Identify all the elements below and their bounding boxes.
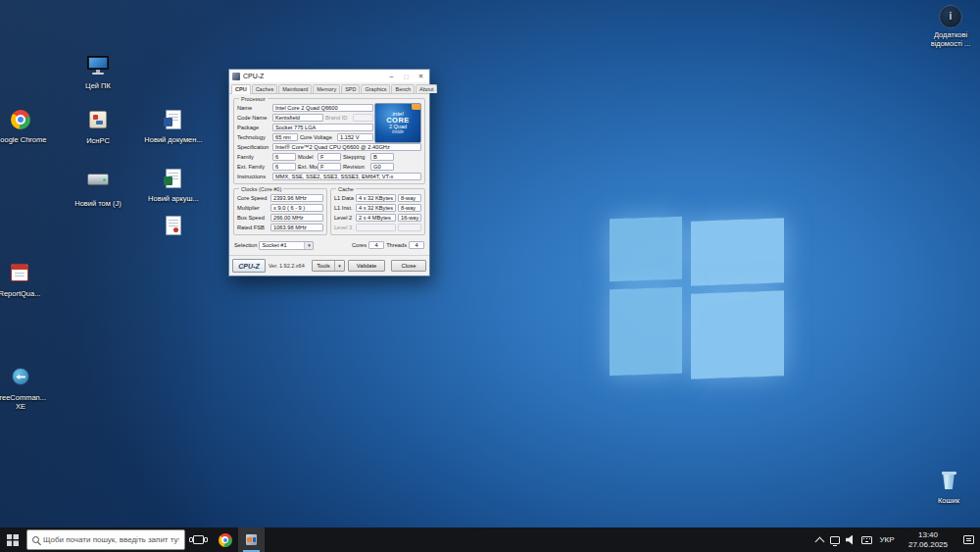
tab-bar: CPU Caches Mainboard Memory SPD Graphics… bbox=[229, 82, 429, 94]
desktop-icon-excel-doc[interactable]: Новий аркуш... bbox=[142, 167, 205, 204]
task-view-icon bbox=[193, 535, 204, 544]
tools-button[interactable]: Tools bbox=[312, 260, 345, 272]
level2-way-field: 16-way bbox=[398, 214, 421, 222]
start-button[interactable] bbox=[0, 527, 25, 552]
desktop-icon-this-pc[interactable]: Цей ПК bbox=[67, 55, 129, 91]
tab-memory[interactable]: Memory bbox=[313, 84, 340, 93]
windows-logo-pane bbox=[691, 218, 784, 285]
desktop-icon-label: Кошик bbox=[917, 497, 980, 506]
group-label: Processor bbox=[239, 96, 268, 102]
cpuz-icon bbox=[245, 533, 258, 546]
model-field: F bbox=[318, 153, 341, 161]
search-input[interactable]: Щоби почати пошук, введіть запит тут bbox=[26, 529, 185, 550]
tray-keyboard-button[interactable] bbox=[858, 527, 874, 552]
logo-accent bbox=[412, 104, 420, 110]
desktop-icon-report[interactable]: ReportQua... bbox=[0, 261, 51, 299]
desktop-icon-chrome[interactable]: Google Chrome bbox=[0, 108, 52, 145]
keyboard-icon bbox=[861, 536, 872, 544]
cpuz-footer-logo: CPU-Z bbox=[232, 259, 266, 273]
desktop-icon-word-doc[interactable]: Новий докумен... bbox=[142, 108, 205, 145]
wallpaper bbox=[0, 0, 980, 527]
selection-dropdown[interactable]: Socket #1 bbox=[259, 241, 314, 250]
language-indicator[interactable]: УКР bbox=[874, 535, 900, 544]
title-bar[interactable]: CPU-Z bbox=[229, 70, 429, 82]
info-badge-label: Додаткові відомості ... bbox=[919, 31, 980, 48]
intel-core2quad-logo: intel CORE 2 Quad inside bbox=[374, 103, 421, 143]
selection-value: Socket #1 bbox=[262, 242, 286, 248]
desktop-icon-drive[interactable]: Новий том (J) bbox=[67, 167, 129, 209]
desktop-icon-app[interactable]: ИснРС bbox=[67, 108, 129, 146]
close-window-button[interactable]: Close bbox=[391, 260, 426, 272]
tab-cpu[interactable]: CPU bbox=[231, 84, 251, 94]
revision-label: Revision bbox=[343, 164, 368, 170]
instructions-label: Instructions bbox=[237, 174, 270, 179]
window-title: CPU-Z bbox=[243, 73, 384, 79]
group-label: Cache bbox=[336, 186, 356, 192]
info-icon: i bbox=[919, 5, 980, 30]
instructions-field: MMX, SSE, SSE2, SSE3, SSSE3, EM64T, VT-x bbox=[272, 173, 421, 180]
level3-label: Level 3 bbox=[334, 225, 354, 230]
minimize-button[interactable] bbox=[384, 71, 399, 82]
desktop-icon-label: Google Chrome bbox=[0, 136, 52, 145]
windows-start-icon bbox=[7, 534, 19, 546]
tray-show-hidden-button[interactable] bbox=[811, 527, 827, 552]
model-label: Model bbox=[298, 154, 316, 160]
validate-button[interactable]: Validate bbox=[348, 260, 385, 272]
action-center-button[interactable] bbox=[956, 527, 980, 552]
taskbar-clock[interactable]: 13:40 27.06.2025 bbox=[900, 530, 956, 549]
tab-spd[interactable]: SPD bbox=[341, 84, 360, 93]
desktop-icon-label: Новий докумен... bbox=[142, 136, 205, 145]
close-button[interactable] bbox=[414, 71, 428, 82]
ext-family-label: Ext. Family bbox=[237, 164, 270, 170]
cores-field: 4 bbox=[368, 241, 384, 249]
windows-logo-pane bbox=[610, 217, 682, 282]
desktop-icon-document[interactable] bbox=[142, 214, 205, 242]
this-pc-icon bbox=[67, 56, 129, 81]
level2-label: Level 2 bbox=[334, 215, 354, 221]
clock-time: 13:40 bbox=[900, 530, 956, 540]
package-field: Socket 775 LGA bbox=[272, 124, 373, 131]
package-label: Package bbox=[237, 125, 270, 130]
desktop-icon-recycle-bin[interactable]: Кошик bbox=[917, 469, 980, 506]
family-field: 6 bbox=[272, 153, 296, 161]
l1-data-size-field: 4 x 32 KBytes bbox=[356, 194, 396, 202]
family-label: Family bbox=[237, 154, 270, 160]
network-icon bbox=[830, 536, 840, 544]
version-text: Ver. 1.92.2.x64 bbox=[269, 263, 305, 269]
task-view-button[interactable] bbox=[185, 527, 212, 552]
taskbar-chrome-button[interactable] bbox=[212, 527, 238, 552]
l1-inst-way-field: 8-way bbox=[398, 204, 421, 212]
desktop-icon-freecommander[interactable]: FreeComman... XE bbox=[0, 365, 52, 411]
tab-graphics[interactable]: Graphics bbox=[361, 84, 390, 93]
ext-model-field: F bbox=[318, 163, 341, 171]
clock-date: 27.06.2025 bbox=[900, 540, 956, 550]
technology-label: Technology bbox=[237, 134, 270, 140]
excel-document-icon bbox=[142, 169, 205, 194]
search-placeholder: Щоби почати пошук, введіть запит тут bbox=[43, 535, 179, 544]
core-voltage-field: 1.152 V bbox=[337, 133, 373, 141]
threads-field: 4 bbox=[409, 241, 424, 249]
name-label: Name bbox=[237, 105, 270, 111]
tab-caches[interactable]: Caches bbox=[252, 84, 278, 93]
cpuz-window: CPU-Z CPU Caches Mainboard Memory SPD Gr… bbox=[228, 69, 430, 276]
ext-model-label: Ext. Model bbox=[298, 164, 316, 170]
cores-label: Cores bbox=[352, 242, 367, 248]
specification-field: Intel® Core™2 Quad CPU Q6600 @ 2.40GHz bbox=[272, 143, 421, 151]
stepping-field: B bbox=[370, 153, 394, 161]
document-icon bbox=[142, 216, 205, 241]
tab-mainboard[interactable]: Mainboard bbox=[278, 84, 312, 93]
drive-icon bbox=[67, 174, 129, 199]
info-badge[interactable]: i Додаткові відомості ... bbox=[919, 5, 980, 48]
tray-network-button[interactable] bbox=[827, 527, 843, 552]
tray-volume-button[interactable] bbox=[843, 527, 858, 552]
tab-about[interactable]: About bbox=[416, 84, 437, 93]
threads-label: Threads bbox=[386, 242, 407, 248]
rated-fsb-field: 1063.98 MHz bbox=[270, 224, 323, 231]
app-icon bbox=[67, 111, 129, 136]
chevron-down-icon bbox=[304, 242, 313, 249]
taskbar-cpuz-button[interactable] bbox=[238, 527, 265, 552]
level2-size-field: 2 x 4 MBytes bbox=[356, 214, 396, 222]
tab-bench[interactable]: Bench bbox=[391, 84, 415, 93]
maximize-button bbox=[399, 71, 414, 82]
recycle-bin-icon bbox=[917, 471, 980, 496]
